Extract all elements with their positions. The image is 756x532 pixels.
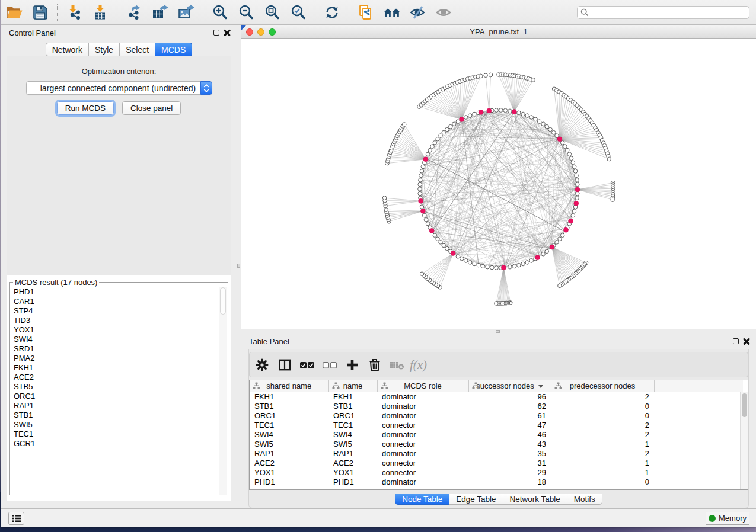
table-row[interactable]: STB1STB1dominator620: [250, 401, 743, 411]
network-node[interactable]: [442, 243, 446, 248]
zoom-selected-button[interactable]: [285, 2, 311, 23]
network-node[interactable]: [402, 123, 406, 127]
network-node[interactable]: [531, 78, 535, 82]
network-node[interactable]: [567, 152, 572, 156]
import-network-from-file-button[interactable]: [61, 2, 87, 23]
network-node[interactable]: [464, 259, 468, 263]
network-node[interactable]: [419, 174, 423, 178]
dominator-node[interactable]: [569, 219, 573, 223]
vertical-splitter[interactable]: [237, 25, 241, 508]
network-edge[interactable]: [428, 254, 453, 279]
network-node[interactable]: [571, 161, 575, 165]
network-node[interactable]: [481, 264, 485, 268]
table-row[interactable]: ACE2ACE2connector311: [250, 458, 743, 467]
network-node[interactable]: [484, 73, 488, 78]
table-row[interactable]: SWI5SWI5connector431: [250, 439, 743, 448]
tab-network[interactable]: Network: [46, 43, 89, 56]
network-node[interactable]: [418, 191, 422, 196]
network-node[interactable]: [525, 261, 529, 265]
mcds-result-item[interactable]: RAP1: [14, 401, 228, 411]
network-node[interactable]: [420, 272, 424, 276]
column-header-successor-nodes[interactable]: successor nodes: [468, 380, 551, 392]
network-node[interactable]: [517, 111, 521, 115]
network-node[interactable]: [486, 265, 490, 269]
network-node[interactable]: [490, 265, 494, 270]
network-node[interactable]: [428, 148, 432, 152]
network-edge[interactable]: [499, 75, 514, 112]
network-edge[interactable]: [514, 79, 528, 112]
network-node[interactable]: [560, 233, 564, 238]
network-node[interactable]: [541, 122, 546, 126]
network-edge[interactable]: [578, 190, 613, 200]
open-session-button[interactable]: [1, 2, 27, 23]
close-panel-button-mcds[interactable]: Close panel: [122, 101, 181, 115]
network-node[interactable]: [512, 264, 516, 268]
save-session-button[interactable]: [27, 2, 53, 23]
dominator-node[interactable]: [550, 245, 554, 249]
network-edge[interactable]: [435, 235, 474, 264]
network-edge[interactable]: [514, 80, 533, 112]
network-node[interactable]: [566, 148, 570, 152]
network-node[interactable]: [445, 127, 449, 132]
network-node[interactable]: [534, 117, 538, 121]
memory-button[interactable]: Memory: [706, 512, 749, 525]
network-node[interactable]: [436, 237, 440, 241]
deselect-all-button[interactable]: [318, 355, 341, 375]
network-node[interactable]: [521, 262, 525, 266]
network-node[interactable]: [508, 265, 512, 269]
network-node[interactable]: [503, 108, 508, 113]
network-edge[interactable]: [462, 78, 470, 120]
network-node[interactable]: [479, 74, 483, 78]
network-node[interactable]: [558, 284, 562, 288]
network-node[interactable]: [384, 208, 388, 212]
column-header-predecessor-nodes[interactable]: predecessor nodes: [551, 380, 654, 392]
tab-edge-table[interactable]: Edge Table: [449, 494, 503, 505]
table-scrollbar[interactable]: [740, 392, 748, 489]
dominator-node[interactable]: [501, 265, 506, 270]
delete-table-button[interactable]: [386, 355, 409, 375]
network-node[interactable]: [382, 196, 387, 200]
network-node[interactable]: [452, 122, 457, 126]
import-table-from-file-button[interactable]: [87, 2, 113, 23]
network-edge[interactable]: [385, 201, 420, 206]
network-node[interactable]: [477, 263, 481, 267]
refresh-button[interactable]: [319, 2, 345, 23]
function-builder-button[interactable]: f(x): [409, 355, 431, 375]
network-edge[interactable]: [401, 130, 426, 159]
new-network-from-selection-button[interactable]: [353, 2, 379, 23]
network-node[interactable]: [439, 134, 443, 138]
optimization-criterion-dropdown[interactable]: largest connected component (undirected): [26, 81, 212, 95]
network-node[interactable]: [419, 178, 423, 182]
network-node[interactable]: [545, 249, 549, 254]
network-node[interactable]: [430, 145, 435, 149]
network-node[interactable]: [558, 237, 562, 241]
network-edge[interactable]: [454, 113, 519, 254]
mcds-result-item[interactable]: SRD1: [14, 344, 228, 354]
table-row[interactable]: SWI4SWI4dominator462: [250, 430, 743, 439]
mcds-result-item[interactable]: FKH1: [14, 363, 228, 373]
mcds-result-item[interactable]: PHD1: [14, 287, 228, 297]
close-table-panel-button[interactable]: [743, 338, 750, 345]
network-node[interactable]: [525, 114, 529, 118]
network-node[interactable]: [541, 252, 546, 256]
network-node[interactable]: [521, 112, 525, 116]
network-edge[interactable]: [430, 254, 454, 280]
network-node[interactable]: [426, 222, 430, 226]
mcds-result-item[interactable]: CAR1: [14, 297, 228, 306]
network-node[interactable]: [420, 169, 424, 174]
task-history-button[interactable]: [8, 512, 24, 525]
zoom-in-button[interactable]: [207, 2, 233, 23]
network-edge[interactable]: [387, 159, 426, 164]
network-node[interactable]: [560, 141, 564, 145]
network-node[interactable]: [499, 108, 503, 113]
search-input[interactable]: [589, 8, 747, 17]
mcds-result-item[interactable]: TEC1: [14, 430, 228, 439]
first-neighbors-button[interactable]: [379, 2, 405, 23]
network-node[interactable]: [611, 198, 615, 202]
float-table-panel-button[interactable]: [733, 338, 739, 344]
tab-network-table[interactable]: Network Table: [503, 494, 567, 505]
network-node[interactable]: [572, 165, 576, 169]
network-edge[interactable]: [578, 190, 613, 196]
tab-motifs[interactable]: Motifs: [567, 494, 602, 505]
mcds-result-item[interactable]: SWI4: [14, 335, 228, 344]
